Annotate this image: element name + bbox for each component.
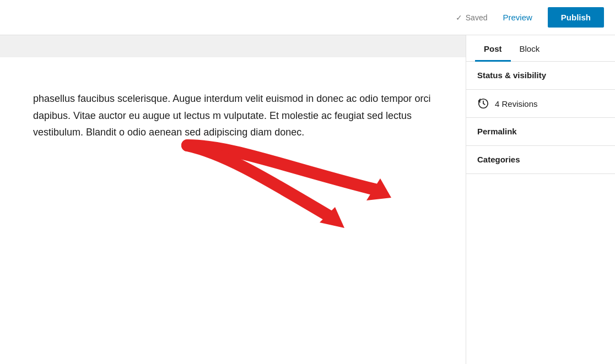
status-visibility-section[interactable]: Status & visibility [466,62,615,90]
categories-title: Categories [477,155,520,164]
editor-area: phasellus faucibus scelerisque. Augue in… [0,35,466,364]
categories-section[interactable]: Categories [466,146,615,174]
preview-button[interactable]: Preview [496,9,538,25]
permalink-title: Permalink [477,127,517,136]
svg-marker-1 [320,207,344,228]
editor-toolbar-bar [0,35,466,57]
tab-post[interactable]: Post [475,35,511,62]
sidebar: Post Block Status & visibility 4 Revisio… [466,35,615,364]
checkmark-icon: ✓ [456,13,462,22]
revisions-label: 4 Revisions [495,99,538,108]
saved-label: Saved [466,13,488,22]
publish-button[interactable]: Publish [548,7,604,28]
permalink-section[interactable]: Permalink [466,118,615,146]
toolbar: ✓ Saved Preview Publish [0,0,615,35]
sidebar-tabs: Post Block [466,35,615,62]
status-visibility-title: Status & visibility [477,70,546,80]
red-arrow-group [187,145,391,228]
revisions-row[interactable]: 4 Revisions [466,90,615,118]
main-layout: phasellus faucibus scelerisque. Augue in… [0,35,615,364]
saved-status: ✓ Saved [456,13,488,22]
svg-marker-0 [366,178,391,200]
tab-block[interactable]: Block [511,35,549,62]
revisions-clock-icon [477,97,489,110]
editor-paragraph: phasellus faucibus scelerisque. Augue in… [33,90,433,141]
editor-content[interactable]: phasellus faucibus scelerisque. Augue in… [33,79,433,141]
